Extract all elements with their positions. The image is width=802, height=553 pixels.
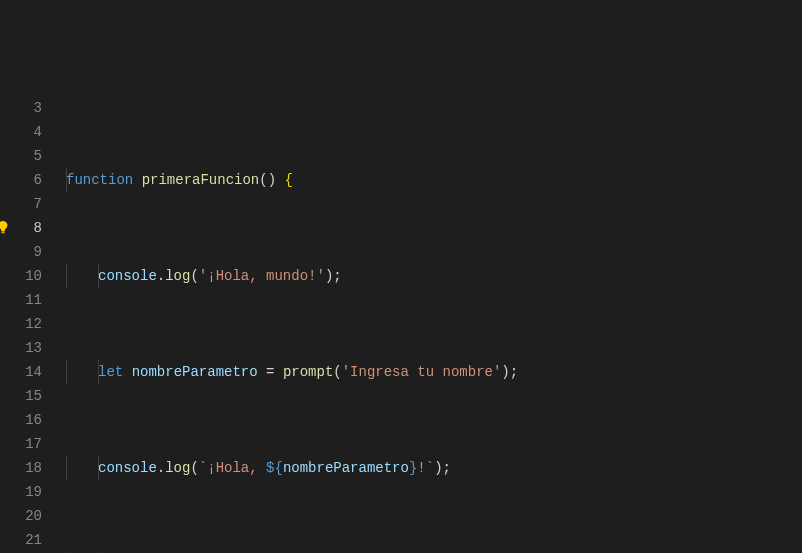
line-number: 20 (0, 504, 42, 528)
line-number: 13 (0, 336, 42, 360)
code-line[interactable]: console.log('¡Hola, mundo!'); (66, 264, 802, 288)
line-number: 17 (0, 432, 42, 456)
code-line[interactable]: let nombreParametro = prompt('Ingresa tu… (66, 360, 802, 384)
code-line[interactable]: console.log(`¡Hola, ${nombreParametro}!`… (66, 456, 802, 480)
code-editor[interactable]: 345678910111213141516171819202122232425 … (0, 96, 802, 553)
keyword: function (66, 172, 133, 188)
line-number: 15 (0, 384, 42, 408)
line-number: 8 (0, 216, 42, 240)
line-number: 5 (0, 144, 42, 168)
line-number: 16 (0, 408, 42, 432)
code-area[interactable]: function primeraFuncion() { console.log(… (50, 96, 802, 553)
line-number: 4 (0, 120, 42, 144)
line-number: 14 (0, 360, 42, 384)
line-number: 9 (0, 240, 42, 264)
code-line[interactable]: function primeraFuncion() { (66, 168, 802, 192)
line-number: 21 (0, 528, 42, 552)
lightbulb-icon[interactable] (0, 220, 10, 234)
line-number-gutter: 345678910111213141516171819202122232425 (0, 96, 50, 553)
line-number: 7 (0, 192, 42, 216)
line-number: 6 (0, 168, 42, 192)
line-number: 18 (0, 456, 42, 480)
line-number: 10 (0, 264, 42, 288)
line-number: 19 (0, 480, 42, 504)
line-number: 12 (0, 312, 42, 336)
line-number: 11 (0, 288, 42, 312)
function-name: primeraFuncion (142, 172, 260, 188)
line-number: 3 (0, 96, 42, 120)
